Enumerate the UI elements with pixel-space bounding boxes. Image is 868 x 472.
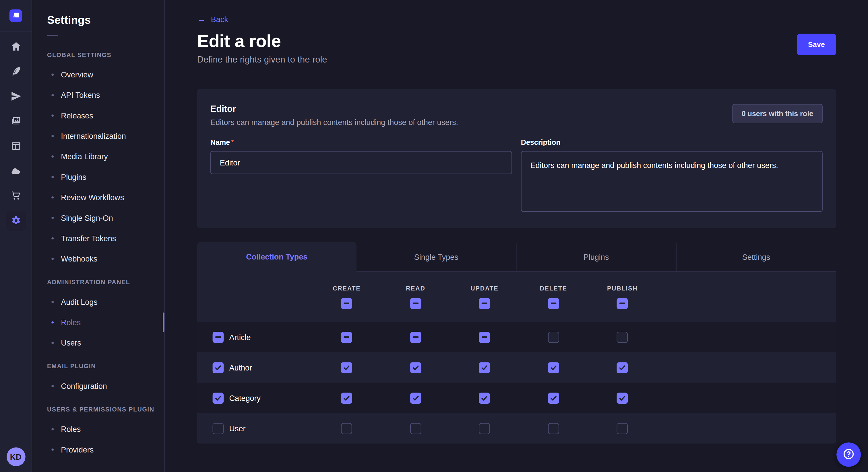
master-checkbox-delete[interactable] (548, 298, 559, 309)
role-card-heading: Editor Editors can manage and publish co… (210, 104, 458, 127)
permission-checkbox-article-update[interactable] (479, 332, 490, 343)
permission-checkbox-author-update[interactable] (479, 362, 490, 373)
tab-settings[interactable]: Settings (676, 243, 836, 272)
sidebar-item-internationalization[interactable]: Internationalization (32, 126, 164, 146)
back-link[interactable]: ← Back (197, 15, 228, 24)
permission-cell (450, 423, 519, 434)
permission-row-article: Article (197, 322, 836, 352)
permission-checkbox-article-publish[interactable] (617, 332, 628, 343)
nav-cloud-button[interactable] (6, 161, 26, 181)
permission-checkbox-category-update[interactable] (479, 393, 490, 404)
active-item-indicator (163, 312, 164, 332)
permission-checkbox-author-publish[interactable] (617, 362, 628, 373)
permission-checkbox-category-read[interactable] (410, 393, 422, 404)
row-select-checkbox-article[interactable] (213, 332, 224, 343)
indeterminate-dash-icon (344, 336, 349, 338)
bullet-icon (51, 114, 54, 116)
sidebar-item-audit-logs[interactable]: Audit Logs (32, 291, 164, 312)
sidebar-title: Settings (47, 14, 164, 26)
sidebar-item-overview[interactable]: Overview (32, 64, 164, 85)
sidebar-item-single-sign-on[interactable]: Single Sign-On (32, 207, 164, 228)
role-fields: Name* Description Editors can manage and… (210, 138, 823, 214)
content-type-label: User (229, 424, 245, 433)
sidebar-item-providers[interactable]: Providers (32, 439, 164, 460)
row-select-checkbox-author[interactable] (213, 362, 224, 373)
sidebar-item-webhooks[interactable]: Webhooks (32, 248, 164, 269)
master-checkbox-publish[interactable] (617, 298, 628, 309)
sidebar-item-label: Releases (61, 111, 93, 120)
check-icon (481, 395, 488, 401)
nav-cart-button[interactable] (6, 186, 26, 206)
column-header-publish: PUBLISH (588, 285, 657, 309)
name-field-label: Name* (210, 138, 512, 147)
save-button[interactable]: Save (797, 34, 836, 55)
check-icon (550, 364, 557, 371)
permission-checkbox-author-read[interactable] (410, 362, 422, 373)
tab-plugins[interactable]: Plugins (516, 243, 676, 272)
permission-checkbox-article-delete[interactable] (548, 332, 559, 343)
tab-single-types[interactable]: Single Types (356, 243, 516, 272)
strapi-logo-icon[interactable] (9, 9, 22, 22)
permission-checkbox-author-create[interactable] (341, 362, 352, 373)
sidebar-item-roles[interactable]: Roles (32, 419, 164, 439)
sidebar-item-releases[interactable]: Releases (32, 105, 164, 125)
nav-media-button[interactable] (6, 111, 26, 131)
permission-cell (381, 423, 450, 434)
check-icon (481, 364, 488, 371)
master-checkbox-update[interactable] (479, 298, 490, 309)
column-label: READ (406, 285, 425, 291)
sidebar-item-transfer-tokens[interactable]: Transfer Tokens (32, 228, 164, 248)
avatar[interactable]: KD (6, 447, 25, 466)
indeterminate-dash-icon (413, 303, 418, 304)
back-label: Back (211, 15, 228, 24)
permission-checkbox-article-create[interactable] (341, 332, 352, 343)
nav-paper-plane-button[interactable] (6, 86, 26, 106)
sidebar-item-configuration[interactable]: Configuration (32, 376, 164, 396)
master-checkbox-read[interactable] (410, 298, 422, 309)
sidebar-item-plugins[interactable]: Plugins (32, 167, 164, 187)
help-button[interactable] (836, 442, 861, 467)
sidebar-item-label: Media Library (61, 152, 108, 161)
nav-home-button[interactable] (6, 36, 26, 56)
row-select-checkbox-user[interactable] (213, 423, 224, 434)
paper-plane-icon (10, 91, 22, 102)
permission-cell (519, 362, 588, 373)
permission-cell (450, 393, 519, 404)
sidebar-item-label: Providers (61, 445, 94, 454)
row-select-checkbox-category[interactable] (213, 393, 224, 404)
sidebar-item-api-tokens[interactable]: API Tokens (32, 85, 164, 105)
bullet-icon (51, 301, 54, 303)
permission-checkbox-user-delete[interactable] (548, 423, 559, 434)
name-label-text: Name (210, 138, 230, 147)
permission-checkbox-user-create[interactable] (341, 423, 352, 434)
nav-gear-button[interactable] (6, 211, 26, 231)
permission-cell (519, 332, 588, 343)
column-header-create: CREATE (312, 285, 381, 309)
permission-checkbox-category-create[interactable] (341, 393, 352, 404)
permission-checkbox-article-read[interactable] (410, 332, 422, 343)
permission-checkbox-user-update[interactable] (479, 423, 490, 434)
layout-icon (10, 140, 22, 152)
permission-checkbox-category-publish[interactable] (617, 393, 628, 404)
permission-checkbox-category-delete[interactable] (548, 393, 559, 404)
tab-collection-types[interactable]: Collection Types (197, 242, 356, 272)
nav-layout-button[interactable] (6, 136, 26, 156)
sidebar-item-label: Plugins (61, 172, 86, 181)
permission-checkbox-author-delete[interactable] (548, 362, 559, 373)
permission-checkbox-user-read[interactable] (410, 423, 422, 434)
permission-cell (312, 332, 381, 343)
check-icon (343, 364, 350, 371)
nav-feather-button[interactable] (6, 61, 26, 81)
column-header-update: UPDATE (450, 285, 519, 309)
permission-cell (312, 362, 381, 373)
sidebar-item-review-workflows[interactable]: Review Workflows (32, 187, 164, 207)
name-field[interactable] (210, 151, 512, 174)
sidebar-item-users[interactable]: Users (32, 332, 164, 353)
description-field-label: Description (521, 138, 823, 147)
sidebar-item-media-library[interactable]: Media Library (32, 146, 164, 166)
sidebar-item-roles[interactable]: Roles (32, 312, 164, 332)
sidebar-item-label: Roles (61, 425, 81, 433)
permission-checkbox-user-publish[interactable] (617, 423, 628, 434)
description-field[interactable]: Editors can manage and publish contents … (521, 151, 823, 212)
master-checkbox-create[interactable] (341, 298, 352, 309)
